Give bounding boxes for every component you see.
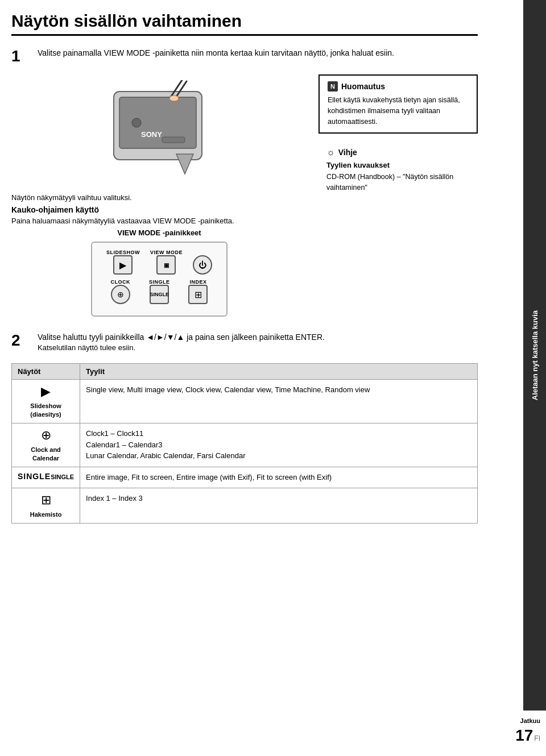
table-icon-label: SINGLE: [51, 473, 74, 480]
device-illustration: SONY: [11, 80, 307, 184]
power-button[interactable]: ⏻: [193, 255, 212, 275]
col2-header: Tyylit: [80, 364, 478, 380]
clock-label: CLOCK: [110, 279, 130, 285]
svg-marker-2: [176, 154, 193, 174]
clock-btn-group: CLOCK ⊕: [110, 279, 130, 304]
step1-number: 1: [11, 47, 28, 65]
table-icon-label: Clock and Calendar: [31, 446, 61, 462]
table-icon-symbol: ▶: [18, 384, 74, 399]
tip-title-text: Vihje: [338, 148, 357, 157]
jatkuu-label: Jatkuu: [495, 717, 546, 724]
step2-number: 2: [11, 331, 28, 355]
bottom-buttons-row: CLOCK ⊕ SINGLE SINGLE INDEX ⊞: [101, 279, 217, 304]
table-row: SINGLESINGLEEntire image, Fit to screen,…: [12, 467, 478, 488]
table-row: ⊕Clock and CalendarClock1 – Clock11 Cale…: [12, 423, 478, 467]
slideshow-label: SLIDESHOW: [106, 250, 140, 255]
page-number: 17: [515, 726, 533, 745]
step2-sub-text: Katselutilan näyttö tulee esiin.: [38, 343, 325, 352]
sidebar-dark-block: Aletaan nyt katsella kuvia: [523, 0, 546, 711]
svg-point-4: [132, 118, 141, 127]
tip-title-row: ☼ Vihje: [326, 147, 470, 157]
viewmode-btn-group: VIEW MODE ▣: [150, 250, 183, 275]
table-icon-cell: SINGLESINGLE: [12, 467, 80, 488]
viewmode-label: VIEW MODE -painikkeet: [11, 229, 307, 237]
tip-content-title: Tyylien kuvaukset: [326, 161, 470, 169]
notice-box: N Huomautus Ellet käytä kuvakehystä tiet…: [318, 74, 478, 134]
table-icon-symbol: ⊕: [18, 428, 74, 443]
notice-text: Ellet käytä kuvakehystä tietyn ajan sisä…: [328, 95, 469, 127]
notice-title: N Huomautus: [328, 81, 469, 92]
single-icon-text: SINGLE: [18, 472, 51, 481]
page-title: Näytön sisällön vaihtaminen: [11, 11, 478, 36]
table-types-cell: Entire image, Fit to screen, Entire imag…: [80, 467, 478, 488]
svg-text:SONY: SONY: [141, 130, 162, 139]
table-icon-cell: ⊕Clock and Calendar: [12, 423, 80, 467]
step2-section: 2 Valitse haluttu tyyli painikkeilla ◄/►…: [11, 331, 478, 355]
power-btn-group: ⏻: [193, 250, 212, 275]
table-row: ⊞HakemistoIndex 1 – Index 3: [12, 488, 478, 523]
step1-text: Valitse painamalla VIEW MODE -painiketta…: [38, 47, 394, 65]
index-label: INDEX: [188, 279, 208, 285]
display-table: Näytöt Tyylit ▶Slideshow (diaesitys)Sing…: [11, 363, 478, 524]
page-number-area: Jatkuu 17 FI: [495, 717, 546, 745]
step2-text-block: Valitse haluttu tyyli painikkeilla ◄/►/▼…: [38, 331, 325, 355]
kauko-title: Kauko-ohjaimen käyttö: [11, 205, 307, 214]
index-button[interactable]: ⊞: [188, 285, 208, 304]
single-button[interactable]: SINGLE: [150, 285, 169, 304]
page-lang: FI: [534, 734, 540, 742]
tip-icon: ☼: [326, 147, 335, 157]
caption1: Näytön näkymätyyli vaihtuu valituksi.: [11, 193, 307, 202]
table-types-cell: Single view, Multi image view, Clock vie…: [80, 380, 478, 423]
single-label: SINGLE: [149, 279, 170, 285]
table-icon-label: Slideshow (diaesitys): [30, 402, 61, 418]
table-icon-cell: ⊞Hakemisto: [12, 488, 80, 523]
view-mode-label-btn: VIEW MODE: [150, 250, 183, 255]
slideshow-button[interactable]: ▶: [113, 255, 133, 275]
notice-title-text: Huomautus: [341, 82, 385, 91]
table-icon-cell: ▶Slideshow (diaesitys): [12, 380, 80, 423]
step2-main-text: Valitse haluttu tyyli painikkeilla ◄/►/▼…: [38, 331, 325, 343]
kauko-text: Paina haluamaasi näkymätyyliä vastaavaa …: [11, 217, 307, 225]
power-label: [193, 250, 212, 255]
table-icon-symbol: ⊞: [18, 493, 74, 508]
table-row: ▶Slideshow (diaesitys)Single view, Multi…: [12, 380, 478, 423]
index-btn-group: INDEX ⊞: [188, 279, 208, 304]
buttons-diagram: SLIDESHOW ▶ VIEW MODE ▣ ⏻: [91, 242, 228, 317]
table-header-row: Näytöt Tyylit: [12, 364, 478, 380]
table-icon-label: Hakemisto: [30, 511, 62, 518]
col1-header: Näytöt: [12, 364, 80, 380]
tip-box: ☼ Vihje Tyylien kuvaukset CD-ROM (Handbo…: [318, 142, 478, 199]
view-mode-button[interactable]: ▣: [156, 255, 176, 275]
notice-icon: N: [328, 81, 338, 92]
clock-button[interactable]: ⊕: [111, 285, 130, 304]
table-types-cell: Clock1 – Clock11 Calendar1 – Calendar3 L…: [80, 423, 478, 467]
table-types-cell: Index 1 – Index 3: [80, 488, 478, 523]
two-col-layout: SONY Näytön näkymätyyli vaihtuu valituks…: [11, 74, 478, 322]
right-column: N Huomautus Ellet käytä kuvakehystä tiet…: [318, 74, 478, 322]
left-column: SONY Näytön näkymätyyli vaihtuu valituks…: [11, 74, 307, 322]
right-sidebar: Aletaan nyt katsella kuvia Jatkuu 17 FI: [495, 0, 546, 756]
page-number-box: 17 FI: [495, 726, 546, 745]
tip-text: CD-ROM (Handbook) – "Näytön sisällön vai…: [326, 172, 470, 193]
step1-section: 1 Valitse painamalla VIEW MODE -painiket…: [11, 47, 478, 65]
svg-point-8: [169, 95, 179, 101]
single-btn-group: SINGLE SINGLE: [149, 279, 170, 304]
svg-rect-5: [162, 137, 185, 143]
sidebar-vertical-text: Aletaan nyt katsella kuvia: [531, 310, 539, 400]
device-svg: SONY: [97, 80, 222, 182]
slideshow-btn-group: SLIDESHOW ▶: [106, 250, 140, 275]
top-buttons-row: SLIDESHOW ▶ VIEW MODE ▣ ⏻: [101, 250, 217, 275]
